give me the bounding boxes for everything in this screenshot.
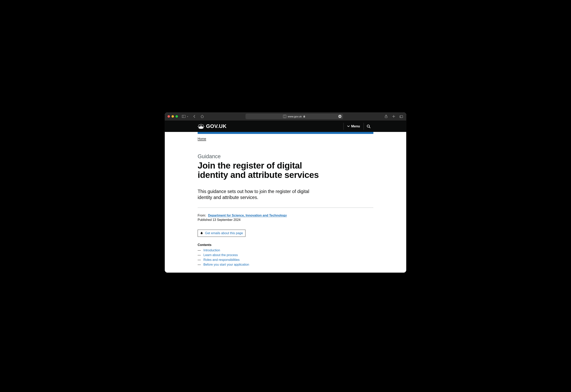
email-subscribe-label: Get emails about this page [205, 231, 243, 235]
menu-button[interactable]: Menu [344, 123, 364, 130]
svg-point-6 [198, 125, 199, 126]
govuk-wordmark: GOV.UK [206, 123, 226, 129]
svg-rect-0 [182, 115, 185, 118]
new-tab-icon[interactable] [391, 114, 396, 119]
toc-link-before-start[interactable]: Before you start your application [203, 263, 249, 266]
dash-icon: — [198, 258, 201, 262]
svg-point-12 [200, 127, 200, 127]
sidebar-icon[interactable] [181, 114, 186, 119]
svg-point-13 [202, 127, 202, 127]
page-content: Home Guidance Join the register of digit… [165, 134, 406, 273]
crown-icon [198, 124, 204, 129]
header-nav: Menu [344, 123, 373, 130]
chevron-down-icon[interactable]: ▾ [187, 115, 188, 118]
toc-link-introduction[interactable]: Introduction [203, 249, 220, 252]
page-title: Join the register of digital identity an… [198, 161, 325, 180]
svg-point-9 [204, 126, 204, 127]
svg-point-14 [201, 127, 201, 128]
table-of-contents: — Introduction — Learn about the process… [198, 248, 373, 267]
lock-icon [303, 115, 305, 118]
svg-point-8 [198, 126, 199, 127]
header-blue-bar [165, 132, 406, 134]
page-settings-icon[interactable]: ••• [338, 115, 342, 118]
share-icon[interactable] [384, 114, 388, 119]
window-controls [167, 115, 178, 118]
dash-icon: — [198, 249, 201, 252]
sidebar-toggle-group: ▾ [181, 114, 188, 119]
dash-icon: — [198, 253, 201, 257]
search-button[interactable] [364, 123, 373, 130]
search-icon [367, 124, 371, 128]
reader-mode-icon[interactable] [283, 115, 286, 118]
toc-link-roles[interactable]: Roles and responsibilities [203, 258, 240, 262]
metadata-divider [198, 208, 373, 208]
page-lede: This guidance sets out how to join the r… [198, 188, 313, 201]
breadcrumb-home-link[interactable]: Home [198, 137, 206, 140]
bell-icon [200, 232, 203, 235]
toc-item: — Learn about the process [198, 253, 373, 257]
toc-item: — Before you start your application [198, 262, 373, 267]
close-window-button[interactable] [167, 115, 170, 118]
svg-point-5 [201, 124, 201, 125]
email-subscribe-button[interactable]: Get emails about this page [198, 230, 245, 237]
govuk-logo[interactable]: GOV.UK [198, 123, 226, 129]
toc-item: — Roles and responsibilities [198, 257, 373, 262]
address-bar[interactable]: www.gov.uk ••• [245, 114, 343, 119]
chevron-down-icon [347, 126, 350, 127]
svg-line-16 [369, 127, 370, 128]
minimize-window-button[interactable] [172, 115, 174, 118]
document-type: Guidance [198, 154, 373, 160]
toolbar-right [384, 114, 404, 119]
url-text: www.gov.uk [288, 115, 302, 118]
from-label: From: [198, 214, 206, 217]
svg-point-11 [202, 124, 203, 125]
toc-item: — Introduction [198, 248, 373, 253]
menu-label: Menu [351, 124, 360, 128]
tab-overview-icon[interactable] [399, 114, 404, 119]
published-date: Published 13 September 2024 [198, 218, 373, 222]
svg-point-10 [199, 124, 200, 125]
breadcrumb: Home [198, 134, 373, 142]
toc-link-learn-process[interactable]: Learn about the process [203, 253, 238, 257]
home-icon[interactable] [200, 114, 204, 119]
publisher-link[interactable]: Department for Science, Innovation and T… [208, 214, 287, 217]
back-button[interactable] [192, 114, 196, 119]
svg-point-7 [203, 125, 204, 126]
maximize-window-button[interactable] [176, 115, 178, 118]
svg-rect-2 [303, 116, 305, 117]
site-header: GOV.UK Menu [165, 121, 406, 132]
dash-icon: — [198, 263, 201, 266]
svg-rect-4 [400, 116, 403, 118]
browser-toolbar: ▾ www.gov.uk ••• [165, 112, 406, 121]
contents-heading: Contents [198, 243, 373, 247]
publisher-meta: From: Department for Science, Innovation… [198, 214, 373, 217]
browser-window: ▾ www.gov.uk ••• [165, 112, 406, 273]
